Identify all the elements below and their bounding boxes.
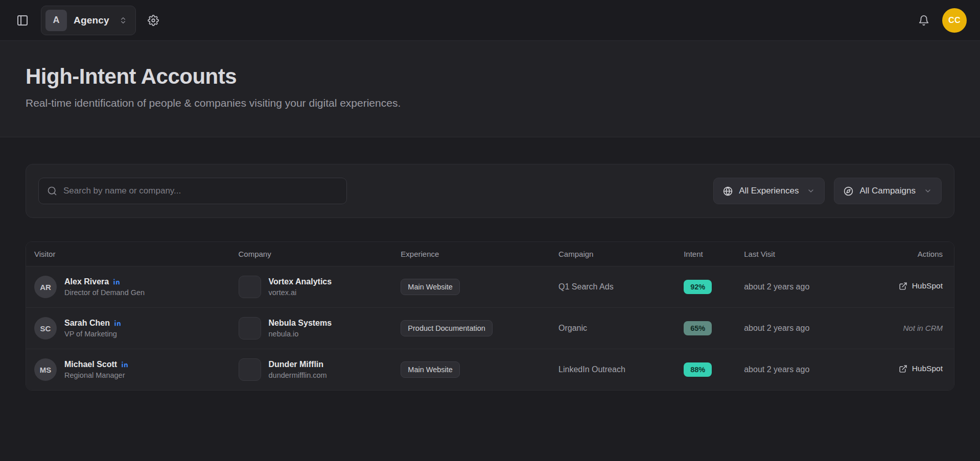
table-row[interactable]: AR Alex Rivera Director of Demand Gen Vo… — [26, 266, 954, 308]
last-visit-cell: about 2 years ago — [736, 308, 870, 349]
experience-cell: Main Website — [392, 349, 550, 391]
crm-link[interactable]: HubSpot — [899, 281, 943, 290]
workspace-avatar: A — [45, 10, 67, 31]
table-body: AR Alex Rivera Director of Demand Gen Vo… — [26, 266, 954, 391]
external-link-icon — [899, 282, 907, 290]
column-header-visitor: Visitor — [26, 242, 230, 266]
experience-badge: Main Website — [401, 361, 460, 378]
crm-link-label: HubSpot — [912, 281, 943, 290]
company-name: Vortex Analytics — [269, 277, 332, 286]
topbar-right: CC — [914, 8, 967, 33]
column-header-campaign: Campaign — [550, 242, 675, 266]
intent-cell: 88% — [675, 349, 736, 391]
experience-badge: Product Documentation — [401, 320, 493, 336]
visitor-job-title: VP of Marketing — [64, 330, 121, 338]
search-icon — [47, 186, 57, 196]
visitor-name: Alex Rivera — [64, 277, 109, 286]
company-logo — [239, 276, 261, 298]
company-logo — [239, 317, 261, 339]
company-domain: dundermifflin.com — [269, 371, 327, 379]
linkedin-icon[interactable] — [113, 278, 120, 285]
workspace-switcher[interactable]: A Agency — [41, 6, 136, 35]
main-content: All Experiences All Campaigns — [0, 137, 980, 391]
campaign-cell: LinkedIn Outreach — [550, 349, 675, 391]
user-avatar[interactable]: CC — [942, 8, 967, 33]
chevrons-up-down-icon — [119, 16, 127, 25]
company-domain: vortex.ai — [269, 288, 332, 297]
campaign-cell: Q1 Search Ads — [550, 266, 675, 308]
table-row[interactable]: SC Sarah Chen VP of Marketing Nebula Sys… — [26, 308, 954, 349]
last-visit-label: about 2 years ago — [744, 365, 809, 374]
last-visit-label: about 2 years ago — [744, 282, 809, 291]
settings-button[interactable] — [143, 10, 164, 31]
crm-status: Not in CRM — [903, 324, 943, 332]
experience-cell: Product Documentation — [392, 308, 550, 349]
last-visit-cell: about 2 years ago — [736, 349, 870, 391]
topbar-left: A Agency — [12, 6, 164, 35]
bell-icon — [918, 15, 929, 26]
page-header: High-Intent Accounts Real-time identific… — [0, 41, 980, 137]
search-input[interactable] — [63, 186, 338, 196]
visitor-job-title: Regional Manager — [64, 371, 128, 379]
intent-cell: 92% — [675, 266, 736, 308]
visitor-avatar: SC — [34, 317, 57, 339]
page-title: High-Intent Accounts — [26, 64, 954, 89]
experiences-filter-label: All Experiences — [739, 186, 799, 196]
table-header: Visitor Company Experience Campaign Inte… — [26, 242, 954, 266]
compass-icon — [844, 186, 853, 196]
company-cell: Dunder Mifflin dundermifflin.com — [230, 349, 393, 391]
filter-actions: All Experiences All Campaigns — [713, 178, 942, 204]
company-domain: nebula.io — [269, 330, 332, 338]
accounts-table: Visitor Company Experience Campaign Inte… — [26, 242, 954, 390]
linkedin-icon[interactable] — [114, 320, 121, 327]
intent-cell: 65% — [675, 308, 736, 349]
actions-cell: Not in CRM — [871, 308, 954, 349]
last-visit-label: about 2 years ago — [744, 324, 809, 332]
filter-bar: All Experiences All Campaigns — [26, 164, 954, 218]
campaign-label: Organic — [558, 324, 587, 332]
gear-icon — [148, 15, 159, 26]
linkedin-icon[interactable] — [121, 361, 128, 368]
visitor-avatar: MS — [34, 358, 57, 381]
workspace-name: Agency — [74, 15, 109, 26]
company-cell: Vortex Analytics vortex.ai — [230, 266, 393, 308]
search-box — [38, 178, 347, 204]
table-row[interactable]: MS Michael Scott Regional Manager Dunder… — [26, 349, 954, 391]
visitor-job-title: Director of Demand Gen — [64, 288, 145, 297]
accounts-table-card: Visitor Company Experience Campaign Inte… — [26, 241, 954, 391]
crm-link-label: HubSpot — [912, 364, 943, 373]
column-header-intent: Intent — [675, 242, 736, 266]
chevron-down-icon — [924, 187, 932, 195]
column-header-actions: Actions — [871, 242, 954, 266]
visitor-name: Sarah Chen — [64, 319, 110, 328]
panel-left-icon — [16, 14, 29, 27]
actions-cell: HubSpot — [871, 266, 954, 308]
chevron-down-icon — [807, 187, 815, 195]
visitor-cell: AR Alex Rivera Director of Demand Gen — [26, 266, 230, 308]
column-header-experience: Experience — [392, 242, 550, 266]
external-link-icon — [899, 365, 907, 373]
campaigns-filter-label: All Campaigns — [859, 186, 916, 196]
experience-badge: Main Website — [401, 279, 460, 295]
actions-cell: HubSpot — [871, 349, 954, 391]
visitor-avatar: AR — [34, 276, 57, 298]
column-header-last-visit: Last Visit — [736, 242, 870, 266]
campaign-cell: Organic — [550, 308, 675, 349]
campaign-label: Q1 Search Ads — [558, 282, 614, 291]
campaigns-filter-dropdown[interactable]: All Campaigns — [834, 178, 942, 204]
notifications-button[interactable] — [914, 10, 934, 31]
experiences-filter-dropdown[interactable]: All Experiences — [713, 178, 825, 204]
intent-badge: 92% — [684, 280, 712, 294]
crm-link[interactable]: HubSpot — [899, 364, 943, 373]
company-logo — [239, 358, 261, 381]
company-name: Dunder Mifflin — [269, 360, 327, 369]
visitor-cell: MS Michael Scott Regional Manager — [26, 349, 230, 391]
visitor-name: Michael Scott — [64, 360, 117, 369]
company-name: Nebula Systems — [269, 319, 332, 328]
intent-badge: 88% — [684, 362, 712, 377]
experience-cell: Main Website — [392, 266, 550, 308]
sidebar-toggle-button[interactable] — [12, 10, 33, 31]
topbar: A Agency CC — [0, 0, 980, 41]
last-visit-cell: about 2 years ago — [736, 266, 870, 308]
company-cell: Nebula Systems nebula.io — [230, 308, 393, 349]
